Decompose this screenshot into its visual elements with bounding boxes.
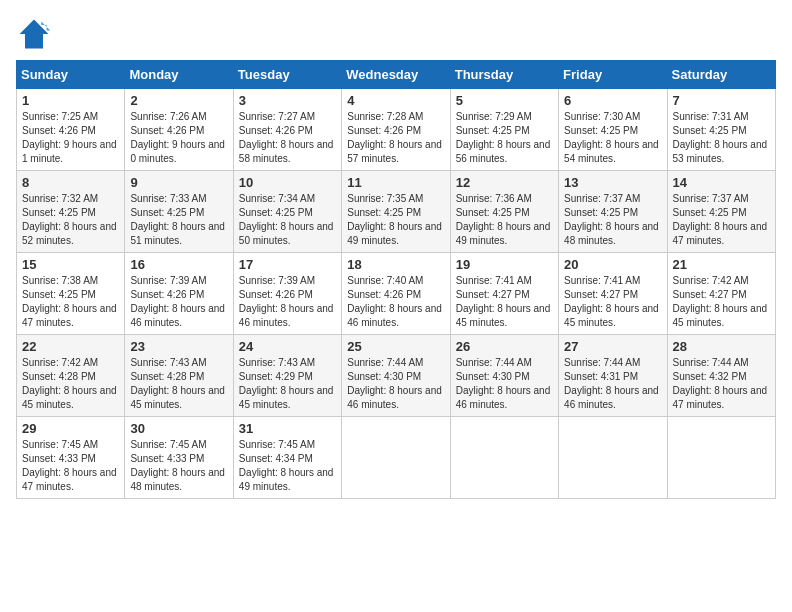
calendar-week-2: 8Sunrise: 7:32 AMSunset: 4:25 PMDaylight… [17,171,776,253]
day-detail: Sunrise: 7:35 AMSunset: 4:25 PMDaylight:… [347,193,442,246]
calendar-week-4: 22Sunrise: 7:42 AMSunset: 4:28 PMDayligh… [17,335,776,417]
day-detail: Sunrise: 7:45 AMSunset: 4:33 PMDaylight:… [22,439,117,492]
day-number: 27 [564,339,661,354]
day-number: 18 [347,257,444,272]
calendar-cell: 29Sunrise: 7:45 AMSunset: 4:33 PMDayligh… [17,417,125,499]
day-number: 28 [673,339,770,354]
day-number: 23 [130,339,227,354]
day-number: 30 [130,421,227,436]
calendar-cell: 28Sunrise: 7:44 AMSunset: 4:32 PMDayligh… [667,335,775,417]
day-detail: Sunrise: 7:30 AMSunset: 4:25 PMDaylight:… [564,111,659,164]
day-number: 21 [673,257,770,272]
day-detail: Sunrise: 7:36 AMSunset: 4:25 PMDaylight:… [456,193,551,246]
day-detail: Sunrise: 7:40 AMSunset: 4:26 PMDaylight:… [347,275,442,328]
calendar-cell: 13Sunrise: 7:37 AMSunset: 4:25 PMDayligh… [559,171,667,253]
calendar-week-3: 15Sunrise: 7:38 AMSunset: 4:25 PMDayligh… [17,253,776,335]
day-detail: Sunrise: 7:44 AMSunset: 4:30 PMDaylight:… [456,357,551,410]
calendar-header-thursday: Thursday [450,61,558,89]
calendar-header-monday: Monday [125,61,233,89]
calendar-cell: 9Sunrise: 7:33 AMSunset: 4:25 PMDaylight… [125,171,233,253]
calendar-cell: 3Sunrise: 7:27 AMSunset: 4:26 PMDaylight… [233,89,341,171]
calendar-table: SundayMondayTuesdayWednesdayThursdayFrid… [16,60,776,499]
calendar-cell: 25Sunrise: 7:44 AMSunset: 4:30 PMDayligh… [342,335,450,417]
calendar-cell: 24Sunrise: 7:43 AMSunset: 4:29 PMDayligh… [233,335,341,417]
day-detail: Sunrise: 7:37 AMSunset: 4:25 PMDaylight:… [673,193,768,246]
calendar-cell: 15Sunrise: 7:38 AMSunset: 4:25 PMDayligh… [17,253,125,335]
calendar-header-sunday: Sunday [17,61,125,89]
day-number: 15 [22,257,119,272]
day-detail: Sunrise: 7:45 AMSunset: 4:34 PMDaylight:… [239,439,334,492]
calendar-cell: 5Sunrise: 7:29 AMSunset: 4:25 PMDaylight… [450,89,558,171]
day-number: 24 [239,339,336,354]
day-number: 17 [239,257,336,272]
day-number: 31 [239,421,336,436]
day-detail: Sunrise: 7:28 AMSunset: 4:26 PMDaylight:… [347,111,442,164]
day-detail: Sunrise: 7:27 AMSunset: 4:26 PMDaylight:… [239,111,334,164]
day-number: 12 [456,175,553,190]
day-detail: Sunrise: 7:42 AMSunset: 4:27 PMDaylight:… [673,275,768,328]
calendar-cell: 1Sunrise: 7:25 AMSunset: 4:26 PMDaylight… [17,89,125,171]
calendar-cell: 20Sunrise: 7:41 AMSunset: 4:27 PMDayligh… [559,253,667,335]
calendar-cell: 7Sunrise: 7:31 AMSunset: 4:25 PMDaylight… [667,89,775,171]
day-detail: Sunrise: 7:41 AMSunset: 4:27 PMDaylight:… [456,275,551,328]
day-detail: Sunrise: 7:32 AMSunset: 4:25 PMDaylight:… [22,193,117,246]
day-detail: Sunrise: 7:38 AMSunset: 4:25 PMDaylight:… [22,275,117,328]
calendar-cell [667,417,775,499]
calendar-header-row: SundayMondayTuesdayWednesdayThursdayFrid… [17,61,776,89]
day-detail: Sunrise: 7:44 AMSunset: 4:31 PMDaylight:… [564,357,659,410]
calendar-cell: 16Sunrise: 7:39 AMSunset: 4:26 PMDayligh… [125,253,233,335]
day-detail: Sunrise: 7:43 AMSunset: 4:29 PMDaylight:… [239,357,334,410]
calendar-cell: 10Sunrise: 7:34 AMSunset: 4:25 PMDayligh… [233,171,341,253]
day-number: 5 [456,93,553,108]
calendar-cell: 19Sunrise: 7:41 AMSunset: 4:27 PMDayligh… [450,253,558,335]
day-number: 26 [456,339,553,354]
day-number: 10 [239,175,336,190]
day-detail: Sunrise: 7:44 AMSunset: 4:30 PMDaylight:… [347,357,442,410]
calendar-header-saturday: Saturday [667,61,775,89]
day-detail: Sunrise: 7:39 AMSunset: 4:26 PMDaylight:… [130,275,225,328]
day-number: 11 [347,175,444,190]
calendar-week-5: 29Sunrise: 7:45 AMSunset: 4:33 PMDayligh… [17,417,776,499]
day-number: 13 [564,175,661,190]
day-detail: Sunrise: 7:41 AMSunset: 4:27 PMDaylight:… [564,275,659,328]
calendar-header-tuesday: Tuesday [233,61,341,89]
page-header [16,16,776,52]
day-detail: Sunrise: 7:26 AMSunset: 4:26 PMDaylight:… [130,111,225,164]
calendar-cell: 30Sunrise: 7:45 AMSunset: 4:33 PMDayligh… [125,417,233,499]
day-number: 16 [130,257,227,272]
calendar-cell: 27Sunrise: 7:44 AMSunset: 4:31 PMDayligh… [559,335,667,417]
day-detail: Sunrise: 7:45 AMSunset: 4:33 PMDaylight:… [130,439,225,492]
calendar-cell: 4Sunrise: 7:28 AMSunset: 4:26 PMDaylight… [342,89,450,171]
day-detail: Sunrise: 7:44 AMSunset: 4:32 PMDaylight:… [673,357,768,410]
day-detail: Sunrise: 7:37 AMSunset: 4:25 PMDaylight:… [564,193,659,246]
day-detail: Sunrise: 7:25 AMSunset: 4:26 PMDaylight:… [22,111,117,164]
day-number: 1 [22,93,119,108]
day-detail: Sunrise: 7:42 AMSunset: 4:28 PMDaylight:… [22,357,117,410]
calendar-cell [342,417,450,499]
day-number: 3 [239,93,336,108]
svg-marker-0 [20,20,49,49]
day-number: 6 [564,93,661,108]
calendar-cell: 31Sunrise: 7:45 AMSunset: 4:34 PMDayligh… [233,417,341,499]
calendar-cell: 23Sunrise: 7:43 AMSunset: 4:28 PMDayligh… [125,335,233,417]
logo-icon [16,16,52,52]
day-number: 25 [347,339,444,354]
calendar-cell [450,417,558,499]
day-number: 20 [564,257,661,272]
day-detail: Sunrise: 7:34 AMSunset: 4:25 PMDaylight:… [239,193,334,246]
day-detail: Sunrise: 7:33 AMSunset: 4:25 PMDaylight:… [130,193,225,246]
calendar-cell: 22Sunrise: 7:42 AMSunset: 4:28 PMDayligh… [17,335,125,417]
day-detail: Sunrise: 7:39 AMSunset: 4:26 PMDaylight:… [239,275,334,328]
day-number: 4 [347,93,444,108]
day-number: 29 [22,421,119,436]
day-number: 14 [673,175,770,190]
calendar-cell [559,417,667,499]
logo [16,16,56,52]
calendar-cell: 14Sunrise: 7:37 AMSunset: 4:25 PMDayligh… [667,171,775,253]
calendar-cell: 8Sunrise: 7:32 AMSunset: 4:25 PMDaylight… [17,171,125,253]
calendar-cell: 11Sunrise: 7:35 AMSunset: 4:25 PMDayligh… [342,171,450,253]
day-detail: Sunrise: 7:43 AMSunset: 4:28 PMDaylight:… [130,357,225,410]
calendar-cell: 6Sunrise: 7:30 AMSunset: 4:25 PMDaylight… [559,89,667,171]
day-number: 7 [673,93,770,108]
day-detail: Sunrise: 7:31 AMSunset: 4:25 PMDaylight:… [673,111,768,164]
